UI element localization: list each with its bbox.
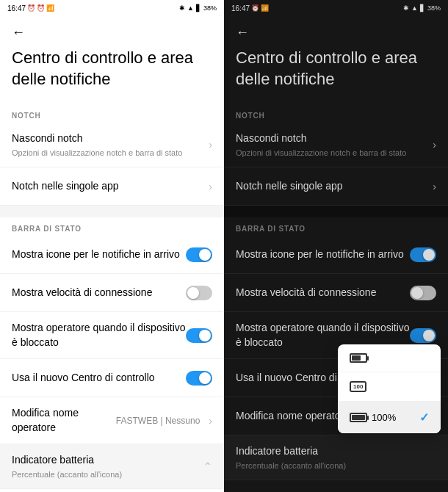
list-item[interactable]: Indicatore batteria Percentuale (accanto… [0,444,224,489]
setting-title: Usa il nuovo Centro di controllo [12,371,186,386]
dropdown-item-battery-only[interactable] [338,344,441,372]
right-phone: 16:47 ⏰ 📶 ✱ ▲ ▋ 38% ← Centro di controll… [224,0,448,492]
operator-value: FASTWEB | Nessuno [116,416,200,426]
alarm-icon: ⏰ [27,4,35,12]
bluetooth-icon: ✱ [179,4,185,12]
setting-subtitle: Percentuale (accanto all'icona) [12,469,203,480]
dropdown-item-battery-percent[interactable]: 100% ✓ [338,402,441,433]
setting-title: Mostra icone per le notifiche in arrivo [12,247,186,262]
battery-outline-icon [350,353,367,363]
battery-full-icon [350,413,367,422]
toggle-notifications-left[interactable] [186,247,212,262]
setting-title: Notch nelle singole app [12,179,203,194]
chevron-right-icon: › [209,139,212,151]
setting-title: Nascondi notch [12,131,203,146]
section-divider [0,206,224,217]
dropdown-item-battery-small[interactable]: 100 [338,372,441,402]
battery-percent-label: 100% [372,412,396,423]
setting-subtitle: Opzioni di visualizzazione notch e barra… [12,148,203,158]
section-notch-left: NOTCH [0,104,224,123]
signal-icon: 📶 [46,4,54,12]
section-barra-left: BARRA DI STATO [0,217,224,236]
list-item[interactable]: Usa il nuovo Centro di controllo [0,359,224,397]
left-phone: 16:47 ⏰ ⏰ 📶 ✱ ▲ ▋ 38% ← Centro di contro… [0,0,224,492]
setting-title: Mostra operatore quando il dispositivo è… [12,321,186,350]
chevron-right-icon: › [209,415,212,427]
setting-title: Mostra velocità di connessione [12,286,186,300]
toggle-control-center-left[interactable] [186,371,212,386]
checkmark-icon: ✓ [419,410,429,424]
expand-icon: ⌃ [203,460,212,472]
left-content: ← Centro di controllo e area delle notif… [0,16,224,492]
toggle-operator-left[interactable] [186,328,212,343]
list-item[interactable]: Notch nelle singole app › [0,167,224,206]
list-item[interactable]: Mostra operatore quando il dispositivo è… [0,312,224,359]
list-item[interactable]: Modifica nome operatore FASTWEB | Nessun… [0,397,224,444]
wifi-icon: ▲ [187,4,194,12]
back-button-left[interactable]: ← [0,16,224,45]
time-left: 16:47 [7,4,26,12]
clock-icon: ⏰ [37,4,45,12]
signal-bars-icon: ▋ [196,4,201,12]
toggle-speed-left[interactable] [186,286,212,300]
battery-percent-badge-icon: 100 [350,381,366,392]
list-item[interactable]: Nascondi notch Opzioni di visualizzazion… [0,123,224,167]
battery-dropdown: 100 100% ✓ [338,344,441,433]
chevron-right-icon: › [209,181,212,192]
setting-title: Indicatore batteria [12,453,203,468]
page-title-left: Centro di controllo e area delle notific… [0,45,224,104]
status-bar-left: 16:47 ⏰ ⏰ 📶 ✱ ▲ ▋ 38% [0,0,224,16]
list-item[interactable]: Mostra icone per le notifiche in arrivo [0,236,224,274]
list-item[interactable]: Mostra velocità di connessione [0,274,224,312]
setting-title: Modifica nome operatore [12,406,116,435]
battery-left: 38% [203,4,217,12]
